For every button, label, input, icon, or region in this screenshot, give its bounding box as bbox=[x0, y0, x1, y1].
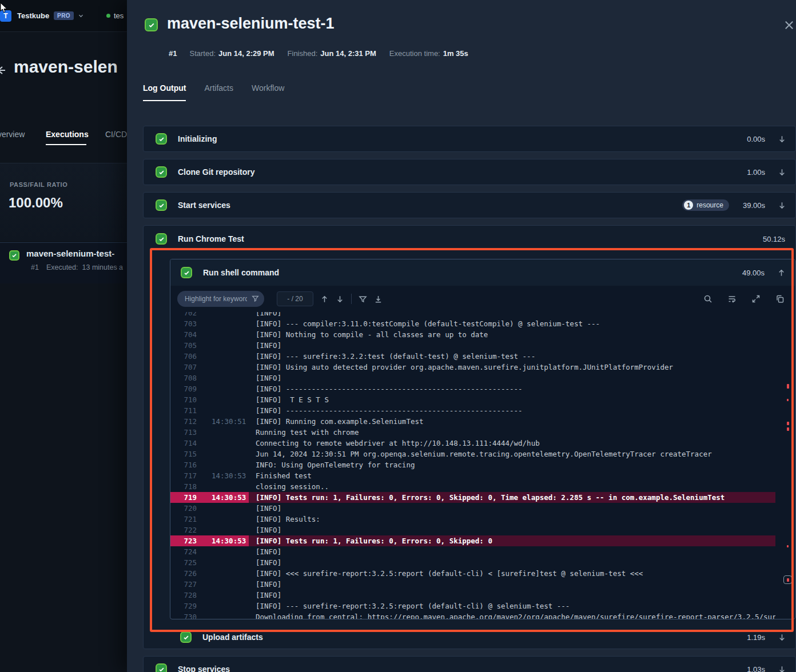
step-label: Stop services bbox=[178, 665, 230, 672]
log-line-text: Downloading from central: https://repo.m… bbox=[256, 613, 775, 619]
execution-number: #1 bbox=[169, 49, 177, 58]
tab-executions[interactable]: Executions bbox=[46, 130, 89, 139]
arrow-down-icon[interactable] bbox=[778, 135, 786, 143]
log-line: 704[INFO] Nothing to compile - all class… bbox=[170, 329, 775, 340]
log-match-marker bbox=[787, 427, 789, 431]
toolbar-divider bbox=[351, 294, 352, 304]
step-label: Clone Git repository bbox=[178, 167, 255, 177]
log-line-number: 703 bbox=[170, 319, 197, 328]
step-run-chrome-test[interactable]: Run Chrome Test 50.12s bbox=[144, 226, 795, 252]
log-line: 710[INFO] T E S T S bbox=[170, 394, 775, 405]
finished-value: Jun 14, 2:31 PM bbox=[320, 49, 376, 58]
copy-icon[interactable] bbox=[775, 294, 785, 303]
back-arrow-icon[interactable] bbox=[0, 65, 7, 76]
step-label: Upload artifacts bbox=[202, 633, 263, 642]
brand-name: Testkube bbox=[17, 11, 49, 20]
log-line-text: Connecting to remote webdriver at http:/… bbox=[256, 439, 540, 447]
log-line-number: 729 bbox=[170, 602, 197, 610]
step-stop-services[interactable]: Stop services 1.03s bbox=[143, 656, 796, 672]
finished-label: Finished: bbox=[288, 49, 318, 58]
tab-artifacts[interactable]: Artifacts bbox=[204, 83, 233, 101]
log-line-number: 713 bbox=[170, 428, 197, 437]
arrow-down-icon[interactable] bbox=[778, 665, 786, 672]
log-line: 703[INFO] --- compiler:3.11.0:testCompil… bbox=[170, 318, 775, 329]
log-match-marker bbox=[787, 399, 789, 401]
log-line: 705[INFO] bbox=[170, 340, 775, 351]
environment-selector[interactable]: tes bbox=[106, 11, 124, 20]
environment-name: tes bbox=[114, 11, 124, 20]
execution-name: maven-selenium-test- bbox=[26, 249, 127, 258]
step-start-services[interactable]: Start services 1 resource 39.00s bbox=[143, 192, 796, 218]
executed-time: 13 minutes a bbox=[82, 263, 124, 271]
chevron-down-icon[interactable] bbox=[78, 13, 84, 19]
step-run-shell-command[interactable]: Run shell command 49.00s bbox=[170, 259, 795, 286]
log-line-text: Finished test bbox=[256, 471, 312, 480]
arrow-down-icon[interactable] bbox=[778, 201, 786, 210]
log-line-number: 723 bbox=[170, 537, 197, 545]
search-icon[interactable] bbox=[703, 294, 713, 303]
step-upload-artifacts[interactable]: Upload artifacts 1.19s bbox=[170, 624, 795, 650]
step-initializing[interactable]: Initializing 0.00s bbox=[143, 126, 796, 152]
log-line: 706[INFO] --- surefire:3.2.2:test (defau… bbox=[170, 351, 775, 362]
tab-workflow[interactable]: Workflow bbox=[252, 83, 284, 101]
log-line: 708[INFO] bbox=[170, 373, 775, 383]
log-line-number: 705 bbox=[170, 341, 197, 350]
tab-cicd[interactable]: CI/CD bbox=[105, 130, 127, 139]
log-line: 71914:30:53[INFO] Tests run: 1, Failures… bbox=[170, 492, 775, 503]
success-check-icon bbox=[156, 663, 167, 672]
prev-match-arrow-up-icon[interactable] bbox=[320, 295, 329, 303]
log-line: 71214:30:51[INFO] Running com.example.Se… bbox=[170, 416, 775, 427]
log-line-text: [INFO] bbox=[256, 312, 281, 317]
tab-log-output[interactable]: Log Output bbox=[143, 83, 186, 101]
success-check-icon bbox=[156, 133, 167, 145]
execution-list-item[interactable]: maven-selenium-test- #1 Executed: 13 min… bbox=[0, 242, 127, 283]
step-duration: 50.12s bbox=[763, 235, 785, 243]
execution-meta: #1 Executed: 13 minutes a bbox=[31, 263, 123, 271]
log-line: 730Downloading from central: https://rep… bbox=[170, 611, 775, 619]
execution-number: #1 bbox=[31, 263, 39, 271]
log-line: 721[INFO] Results: bbox=[170, 514, 775, 525]
log-line: 718closing session.. bbox=[170, 481, 775, 492]
filter-icon[interactable] bbox=[359, 295, 367, 303]
close-icon[interactable] bbox=[782, 18, 796, 32]
log-line-text: [INFO] Using auto detected provider org.… bbox=[256, 363, 673, 371]
log-line: 729[INFO] --- surefire-report:3.2.5:repo… bbox=[170, 601, 775, 611]
success-check-icon bbox=[156, 166, 167, 178]
log-line-number: 730 bbox=[170, 613, 197, 619]
success-check-icon bbox=[180, 631, 192, 643]
drawer-title: maven-selenium-test-1 bbox=[167, 15, 335, 33]
keyword-highlight-input[interactable] bbox=[177, 291, 264, 307]
success-check-icon bbox=[156, 199, 167, 211]
arrow-down-icon[interactable] bbox=[778, 168, 786, 177]
log-line-text: [INFO] <<< surefire-report:3.2.5:report … bbox=[256, 569, 643, 578]
tab-overview[interactable]: Overview bbox=[0, 130, 25, 139]
log-line: 71714:30:53Finished test bbox=[170, 470, 775, 481]
arrow-down-icon[interactable] bbox=[778, 633, 786, 642]
log-output-viewer[interactable]: 702[INFO]703[INFO] --- compiler:3.11.0:t… bbox=[170, 312, 795, 619]
fullscreen-expand-icon[interactable] bbox=[751, 294, 761, 303]
log-line-timestamp: 14:30:53 bbox=[212, 471, 246, 480]
testkube-logo-icon: T bbox=[0, 10, 11, 22]
step-clone-git[interactable]: Clone Git repository 1.00s bbox=[143, 159, 796, 185]
log-line: 713Running test with chrome bbox=[170, 427, 775, 438]
match-counter: - / 20 bbox=[277, 291, 313, 306]
log-line-text: [INFO] --- surefire:3.2.2:test (default-… bbox=[256, 352, 535, 361]
log-line-text: [INFO] ---------------------------------… bbox=[256, 385, 523, 393]
log-line-number: 712 bbox=[170, 417, 197, 426]
arrow-up-icon[interactable] bbox=[777, 269, 786, 277]
log-line-number: 708 bbox=[170, 374, 197, 382]
step-run-chrome-test-expanded: Run Chrome Test 50.12s Run shell command… bbox=[143, 225, 796, 649]
wrap-text-icon[interactable] bbox=[727, 294, 737, 303]
download-icon[interactable] bbox=[374, 295, 383, 303]
success-check-icon bbox=[9, 250, 19, 261]
environment-status-dot bbox=[106, 14, 110, 18]
log-line-number: 724 bbox=[170, 547, 197, 556]
log-line: 711[INFO] ------------------------------… bbox=[170, 405, 775, 416]
step-duration: 1.19s bbox=[747, 633, 765, 642]
step-duration: 1.00s bbox=[747, 168, 765, 177]
next-match-arrow-down-icon[interactable] bbox=[336, 295, 344, 303]
log-line-number: 716 bbox=[170, 461, 197, 469]
log-line-text: [INFO] bbox=[256, 504, 281, 513]
log-toolbar: - / 20 bbox=[170, 286, 795, 312]
log-lines: 702[INFO]703[INFO] --- compiler:3.11.0:t… bbox=[170, 312, 795, 619]
